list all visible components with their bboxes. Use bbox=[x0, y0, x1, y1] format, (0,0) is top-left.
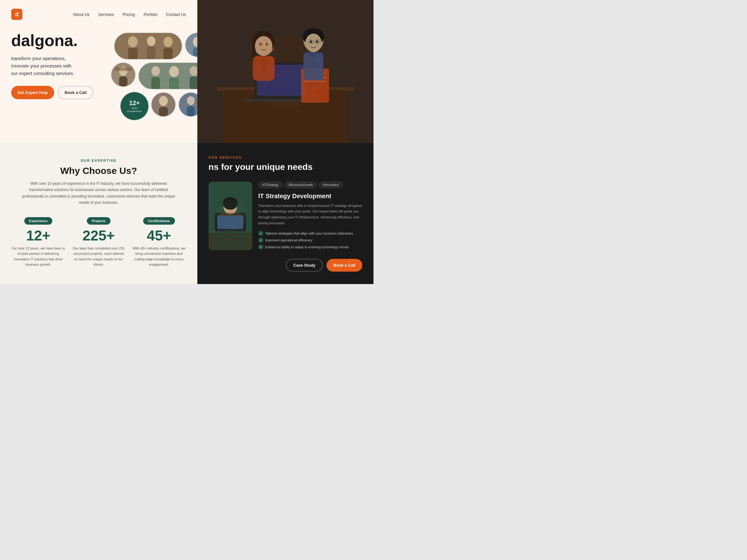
experience-badge: Experience bbox=[24, 217, 53, 224]
expertise-description: With over 15 years of experience in the … bbox=[21, 181, 177, 206]
svg-point-17 bbox=[169, 66, 179, 77]
collage-circle-3 bbox=[151, 92, 176, 117]
logo[interactable]: d bbox=[11, 9, 22, 20]
tag-1: #ITStrategy bbox=[258, 182, 283, 188]
service-actions: Case Study Book a Call bbox=[209, 259, 362, 272]
expertise-title: Why Choose Us? bbox=[11, 165, 186, 176]
services-title: ns for your unique needs bbox=[209, 162, 362, 172]
certifications-number: 45+ bbox=[132, 229, 186, 243]
service-image bbox=[209, 182, 252, 250]
book-call-button-services[interactable]: Book a Call bbox=[327, 259, 362, 272]
tag-2: #BusinessGrowth bbox=[284, 182, 317, 188]
svg-point-25 bbox=[187, 96, 195, 105]
check-icon-2: ✓ bbox=[258, 238, 263, 243]
nav-pricing[interactable]: Pricing bbox=[123, 12, 135, 17]
navbar: d About Us Services Pricing Porfolio Con… bbox=[11, 9, 186, 20]
svg-point-1 bbox=[128, 36, 137, 47]
service-name: IT Strategy Development bbox=[258, 193, 362, 200]
svg-point-15 bbox=[151, 66, 160, 76]
service-info: #ITStrategy #BusinessGrowth #Innovation … bbox=[258, 182, 362, 252]
svg-rect-2 bbox=[128, 48, 137, 59]
service-description: Transform your business with a comprehen… bbox=[258, 203, 362, 226]
experience-stat: 12+ Yearsof experience bbox=[121, 92, 149, 120]
hero-buttons: Get Expert Help Book a Call bbox=[11, 86, 105, 99]
check-icon-3: ✓ bbox=[258, 244, 263, 249]
check-icon-1: ✓ bbox=[258, 231, 263, 236]
nav-services[interactable]: Services bbox=[98, 12, 114, 17]
projects-desc: Our team has completed over 225 successf… bbox=[72, 246, 126, 268]
svg-point-3 bbox=[147, 36, 155, 46]
svg-point-64 bbox=[215, 201, 246, 232]
service-tags: #ITStrategy #BusinessGrowth #Innovation bbox=[258, 182, 362, 188]
experience-desc: For over 12 years, we have been a truste… bbox=[11, 246, 66, 268]
svg-point-5 bbox=[163, 37, 173, 47]
nav-portfolio[interactable]: Porfolio bbox=[144, 12, 157, 17]
svg-rect-16 bbox=[151, 77, 160, 89]
svg-rect-20 bbox=[189, 77, 198, 89]
svg-rect-63 bbox=[209, 233, 252, 250]
feature-2: ✓ Improved operational efficiency bbox=[258, 238, 362, 243]
stat-experience: Experience 12+ For over 12 years, we hav… bbox=[11, 217, 66, 268]
services-panel: OUR SERVICES ns for your unique needs bbox=[197, 143, 374, 284]
brand-name: dalgona. bbox=[11, 32, 105, 49]
svg-rect-6 bbox=[163, 48, 173, 59]
tag-3: #Innovation bbox=[319, 182, 343, 188]
service-card: #ITStrategy #BusinessGrowth #Innovation … bbox=[209, 182, 362, 252]
services-label: OUR SERVICES bbox=[209, 156, 362, 159]
svg-rect-55 bbox=[197, 0, 374, 143]
svg-rect-13 bbox=[114, 67, 132, 71]
stats-grid: Experience 12+ For over 12 years, we hav… bbox=[11, 217, 186, 268]
nav-links: About Us Services Pricing Porfolio Conta… bbox=[73, 11, 186, 17]
book-call-button-hero[interactable]: Book a Call bbox=[58, 86, 94, 99]
people-photo bbox=[197, 0, 374, 143]
stat-certifications: Certifications 45+ With 45+ industry cer… bbox=[132, 217, 186, 268]
certifications-desc: With 45+ industry certifications, we bri… bbox=[132, 246, 186, 268]
case-study-button[interactable]: Case Study bbox=[286, 259, 323, 272]
get-expert-help-button[interactable]: Get Expert Help bbox=[11, 86, 54, 99]
expertise-panel: OUR EXPERTISE Why Choose Us? With over 1… bbox=[0, 143, 197, 284]
expertise-label: OUR EXPERTISE bbox=[11, 159, 186, 162]
svg-rect-18 bbox=[169, 78, 179, 89]
service-features: ✓ Tailored strategies that align with yo… bbox=[258, 231, 362, 249]
svg-rect-23 bbox=[159, 107, 168, 116]
feature-3: ✓ Enhanced ability to adapt to evolving … bbox=[258, 244, 362, 249]
hero-content: dalgona. transform your operations,innov… bbox=[11, 32, 186, 120]
projects-badge: Projects bbox=[87, 217, 110, 224]
nav-contact[interactable]: Contact Us bbox=[166, 12, 186, 17]
svg-point-19 bbox=[189, 66, 198, 76]
hero-tagline: transform your operations,innovate your … bbox=[11, 55, 105, 77]
hero-text: dalgona. transform your operations,innov… bbox=[11, 32, 105, 99]
collage-circle-2 bbox=[111, 62, 136, 87]
collage-pill-1 bbox=[114, 32, 182, 60]
hero-panel: d About Us Services Pricing Porfolio Con… bbox=[0, 0, 197, 143]
projects-number: 225+ bbox=[72, 229, 126, 243]
svg-point-22 bbox=[159, 96, 168, 106]
feature-1: ✓ Tailored strategies that align with yo… bbox=[258, 231, 362, 236]
svg-rect-12 bbox=[119, 77, 128, 86]
stat-projects: Projects 225+ Our team has completed ove… bbox=[72, 217, 126, 268]
svg-rect-4 bbox=[147, 47, 155, 59]
certifications-badge: Certifications bbox=[143, 217, 175, 224]
nav-about[interactable]: About Us bbox=[73, 12, 89, 17]
right-photo-panel bbox=[197, 0, 374, 143]
experience-number: 12+ bbox=[11, 229, 66, 243]
svg-rect-26 bbox=[187, 106, 195, 116]
